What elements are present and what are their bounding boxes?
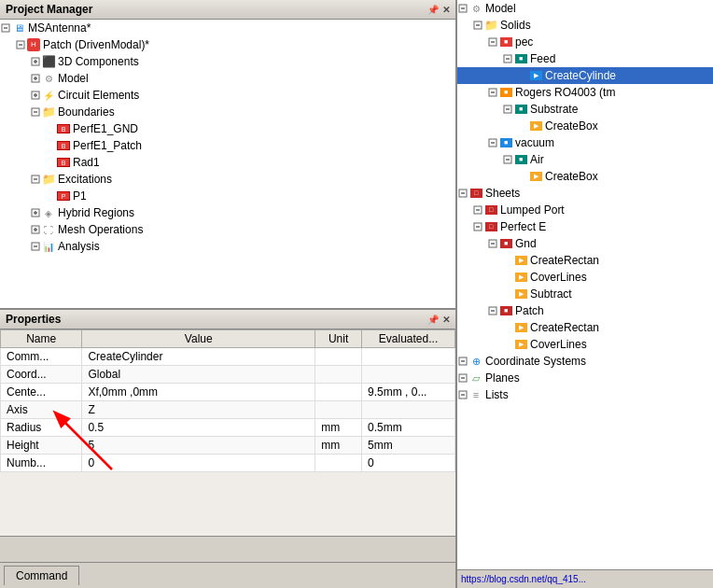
tree-item-circuit[interactable]: ⚡Circuit Elements	[0, 87, 455, 104]
tree-item-hybrid[interactable]: ◈Hybrid Regions	[0, 204, 455, 221]
tree-item-coverlines2[interactable]: ▶CoverLines	[457, 336, 713, 353]
tree-item-excitations[interactable]: 📁Excitations	[0, 171, 455, 188]
table-row[interactable]: Cente...Xf,0mm ,0mm9.5mm , 0...	[1, 384, 455, 401]
tree-toggle[interactable]	[487, 137, 498, 148]
tree-item-rogers[interactable]: ■Rogers RO4003 (tm	[457, 84, 713, 101]
tree-item-vacuum[interactable]: ■vacuum	[457, 134, 713, 151]
prop-value[interactable]: 0.5	[82, 419, 315, 437]
tree-toggle[interactable]	[30, 241, 41, 252]
table-row[interactable]: AxisZ	[1, 401, 455, 419]
table-row[interactable]: Height5mm5mm	[1, 437, 455, 455]
tree-item-analysis[interactable]: 📊Analysis	[0, 238, 455, 255]
tree-item-lumped_port[interactable]: □Lumped Port	[457, 202, 713, 218]
tree-item-model_r[interactable]: ⚙Model	[457, 0, 713, 17]
tree-item-subtract1[interactable]: ▶Subtract	[457, 286, 713, 302]
close-icon[interactable]: ✕	[442, 5, 450, 15]
tree-item-createrect2[interactable]: ▶CreateRectan	[457, 319, 713, 336]
props-close-icon[interactable]: ✕	[442, 315, 450, 325]
tree-item-gnd[interactable]: ■Gnd	[457, 235, 713, 252]
tree-toggle[interactable]	[457, 389, 468, 400]
prop-evaluated	[362, 366, 455, 384]
tree-toggle[interactable]	[457, 188, 468, 199]
tree-item-createcylinder[interactable]: ▶CreateCylinde	[457, 67, 713, 84]
tree-item-solids[interactable]: 📁Solids	[457, 17, 713, 34]
tree-icon-op_blue: ▶	[528, 68, 543, 83]
tree-toggle[interactable]	[502, 154, 513, 165]
tree-item-perfe1_patch[interactable]: BPerfE1_Patch	[0, 137, 455, 154]
command-tab[interactable]: Command	[4, 566, 79, 585]
tree-icon-solid_red: ■	[498, 35, 513, 49]
tree-toggle[interactable]	[15, 39, 26, 50]
tree-icon-folder: 📁	[483, 18, 498, 33]
tree-toggle[interactable]	[502, 104, 513, 115]
tree-item-pec[interactable]: ■pec	[457, 34, 713, 50]
table-row[interactable]: Numb...00	[1, 455, 455, 472]
tree-toggle[interactable]	[472, 221, 483, 232]
tree-item-coverlines1[interactable]: ▶CoverLines	[457, 269, 713, 286]
tree-toggle[interactable]	[472, 204, 483, 216]
tree-item-feed[interactable]: ■Feed	[457, 50, 713, 67]
tree-item-perfect_e[interactable]: □Perfect E	[457, 218, 713, 235]
tree-toggle[interactable]	[30, 224, 41, 235]
prop-value[interactable]: CreateCylinder	[82, 348, 315, 366]
tree-item-model[interactable]: ⚙Model	[0, 70, 455, 87]
props-pin-icon[interactable]: 📌	[427, 315, 439, 325]
prop-value[interactable]: 5	[82, 437, 315, 455]
tree-toggle[interactable]	[30, 73, 41, 84]
tree-item-rad1[interactable]: BRad1	[0, 154, 455, 171]
table-row[interactable]: Comm...CreateCylinder	[1, 348, 455, 366]
col-value: Value	[82, 330, 315, 348]
table-row[interactable]: Radius0.5mm0.5mm	[1, 419, 455, 437]
tree-toggle[interactable]	[457, 356, 468, 367]
tree-toggle[interactable]	[487, 305, 498, 316]
tree-label: PerfE1_Patch	[73, 139, 142, 152]
tree-toggle[interactable]	[472, 20, 483, 31]
tree-item-lists[interactable]: ≡Lists	[457, 386, 713, 403]
prop-value[interactable]: Z	[82, 401, 315, 419]
tree-item-createbox[interactable]: ▶CreateBox	[457, 118, 713, 134]
tree-item-perfe1_gnd[interactable]: BPerfE1_GND	[0, 120, 455, 137]
tree-item-3d[interactable]: ⬛3D Components	[0, 53, 455, 70]
tree-label: Lists	[485, 388, 509, 401]
prop-value[interactable]: 0	[82, 455, 315, 472]
tree-label: Gnd	[515, 237, 537, 250]
tree-toggle[interactable]	[487, 36, 498, 48]
table-row[interactable]: Coord...Global	[1, 366, 455, 384]
tree-item-patch[interactable]: HPatch (DrivenModal)*	[0, 36, 455, 53]
tree-toggle[interactable]	[0, 22, 11, 34]
tree-item-air[interactable]: ■Air	[457, 151, 713, 168]
tree-item-createbox2[interactable]: ▶CreateBox	[457, 168, 713, 185]
tree-item-mesh[interactable]: ⛶Mesh Operations	[0, 221, 455, 238]
tree-toggle[interactable]	[457, 3, 468, 14]
tree-item-boundaries[interactable]: 📁Boundaries	[0, 104, 455, 120]
tree-item-planes[interactable]: ▱Planes	[457, 370, 713, 386]
tree-item-createrect1[interactable]: ▶CreateRectan	[457, 252, 713, 269]
tree-toggle[interactable]	[30, 90, 41, 101]
tree-item-msantenna[interactable]: 🖥MSAntenna*	[0, 20, 455, 36]
tree-toggle[interactable]	[30, 207, 41, 218]
tree-item-p1[interactable]: PP1	[0, 188, 455, 204]
tree-toggle[interactable]	[487, 238, 498, 249]
tree-item-coord_sys[interactable]: ⊕Coordinate Systems	[457, 353, 713, 370]
tree-icon-boundary: B	[56, 138, 71, 153]
prop-value[interactable]: Global	[82, 366, 315, 384]
tree-label: PerfE1_GND	[73, 122, 138, 135]
tree-item-sheets[interactable]: □Sheets	[457, 185, 713, 202]
tree-label: Perfect E	[500, 220, 546, 233]
prop-value[interactable]: Xf,0mm ,0mm	[82, 384, 315, 401]
tree-toggle[interactable]	[30, 174, 41, 185]
pin-icon[interactable]: 📌	[427, 5, 439, 15]
tree-toggle[interactable]	[502, 53, 513, 64]
tree-item-patch_r[interactable]: ■Patch	[457, 302, 713, 319]
tree-label: P1	[73, 189, 87, 203]
col-unit: Unit	[315, 330, 362, 348]
prop-name: Numb...	[1, 455, 82, 472]
tree-toggle[interactable]	[30, 56, 41, 67]
tree-toggle[interactable]	[457, 372, 468, 384]
tree-toggle[interactable]	[30, 106, 41, 118]
prop-evaluated: 5mm	[362, 437, 455, 455]
tree-toggle[interactable]	[487, 87, 498, 98]
tree-item-substrate[interactable]: ■Substrate	[457, 101, 713, 118]
tree-icon-op_yellow: ▶	[513, 320, 528, 335]
prop-name: Radius	[1, 419, 82, 437]
